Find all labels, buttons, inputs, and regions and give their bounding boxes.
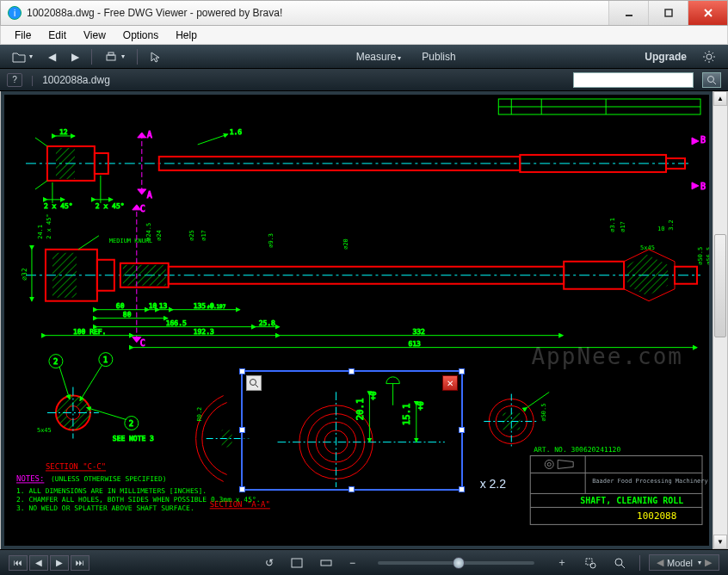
svg-rect-162 — [292, 559, 302, 567]
svg-text:(UNLESS OTHERWISE SPECIFIED): (UNLESS OTHERWISE SPECIFIED) — [51, 475, 167, 483]
measure-menu[interactable]: Measure▾ — [356, 51, 402, 63]
svg-text:10: 10 — [657, 226, 664, 232]
menu-bar: File Edit View Options Help — [0, 26, 728, 45]
settings-button[interactable] — [697, 48, 721, 65]
menu-edit[interactable]: Edit — [41, 28, 73, 43]
svg-text:613: 613 — [408, 340, 421, 348]
svg-text:1: 1 — [103, 356, 108, 364]
svg-point-142 — [545, 460, 553, 468]
svg-line-27 — [35, 181, 47, 189]
svg-rect-25 — [56, 148, 75, 179]
search-input[interactable] — [573, 72, 694, 88]
svg-line-12 — [713, 59, 714, 61]
zoom-slider-thumb[interactable] — [453, 557, 465, 569]
document-tab-bar: ? | 1002088a.dwg — [0, 69, 728, 91]
prev-page-button[interactable]: ◀ — [29, 555, 48, 571]
magnifier-toggle-button[interactable] — [608, 555, 631, 571]
menu-options[interactable]: Options — [116, 28, 165, 43]
zoom-slider[interactable] — [367, 561, 545, 565]
svg-text:SECTION "C-C": SECTION "C-C" — [46, 462, 106, 471]
close-button[interactable] — [688, 1, 727, 25]
svg-rect-4 — [107, 55, 115, 60]
menu-help[interactable]: Help — [169, 28, 204, 43]
svg-rect-5 — [108, 53, 114, 55]
first-page-button[interactable]: ⏮ — [9, 555, 28, 571]
magnifier-icon[interactable] — [246, 375, 262, 391]
resize-handle[interactable] — [239, 368, 245, 374]
svg-line-13 — [713, 53, 714, 54]
svg-text:5x45: 5x45 — [640, 244, 655, 251]
tab-help-icon[interactable]: ? — [7, 73, 22, 87]
vertical-scrollbar[interactable]: ▲ ▼ — [713, 91, 727, 549]
resize-handle[interactable] — [239, 427, 245, 433]
zoom-in-button[interactable]: ＋ — [552, 553, 572, 572]
svg-text:A: A — [147, 130, 152, 139]
window-titlebar: i 1002088a.dwg - Free DWG Viewer - power… — [0, 0, 728, 26]
resize-handle[interactable] — [349, 486, 355, 492]
nav-back-button[interactable]: ◀ — [43, 49, 61, 65]
magnifier-content: 20.1 +0 15.1 +0 — [243, 372, 461, 489]
next-page-button[interactable]: ▶ — [50, 555, 69, 571]
window-title: 1002088a.dwg - Free DWG Viewer - powered… — [27, 7, 608, 19]
fit-page-button[interactable] — [286, 556, 308, 570]
zoom-region-button[interactable] — [579, 555, 602, 571]
menu-view[interactable]: View — [77, 28, 113, 43]
upgrade-button[interactable]: Upgrade — [645, 51, 687, 63]
resize-handle[interactable] — [349, 368, 355, 374]
svg-text:192.3: 192.3 — [194, 328, 214, 336]
svg-line-148 — [256, 385, 258, 387]
minimize-button[interactable] — [608, 1, 648, 25]
svg-text:5x45: 5x45 — [37, 427, 52, 434]
magnifier-close-button[interactable]: ✕ — [442, 375, 458, 391]
magnifier-panel[interactable]: ✕ 20.1 +0 15.1 +0 — [241, 370, 463, 491]
scroll-thumb[interactable] — [714, 234, 726, 337]
svg-text:3.  NO WELD OR SPLATTER ABOVE : 3. NO WELD OR SPLATTER ABOVE SHAFT SURFA… — [16, 504, 194, 512]
svg-line-110 — [59, 367, 70, 399]
layout-dropdown[interactable]: ◀ Model ▾ ▶ — [649, 554, 719, 571]
svg-text:∅32: ∅32 — [21, 268, 28, 281]
resize-handle[interactable] — [239, 486, 245, 492]
resize-handle[interactable] — [459, 368, 465, 374]
menu-file[interactable]: File — [8, 28, 38, 43]
document-tab[interactable]: 1002088a.dwg — [42, 74, 110, 86]
svg-text:60: 60 — [116, 302, 125, 310]
resize-handle[interactable] — [459, 486, 465, 492]
watermark: AppNee.com — [531, 343, 683, 369]
rotate-ccw-button[interactable]: ↺ — [260, 555, 279, 571]
zoom-out-button[interactable]: − — [344, 555, 361, 571]
svg-text:∅50.5: ∅50.5 — [540, 404, 547, 422]
nav-forward-button[interactable]: ▶ — [66, 49, 84, 65]
svg-text:∅9.3: ∅9.3 — [268, 233, 275, 248]
svg-rect-163 — [321, 560, 331, 566]
last-page-button[interactable]: ⏭ — [71, 555, 89, 571]
resize-handle[interactable] — [459, 427, 465, 433]
publish-button[interactable]: Publish — [422, 51, 455, 63]
svg-text:13: 13 — [159, 302, 168, 310]
svg-line-113 — [80, 365, 102, 401]
svg-text:∅17: ∅17 — [201, 230, 207, 241]
svg-text:+0: +0 — [369, 391, 378, 400]
fit-width-button[interactable] — [315, 556, 337, 570]
svg-point-165 — [590, 563, 595, 568]
search-button[interactable] — [702, 72, 721, 88]
svg-line-116 — [87, 408, 126, 420]
pointer-tool-button[interactable] — [145, 49, 167, 65]
scroll-track[interactable] — [713, 106, 727, 535]
svg-text:∅20: ∅20 — [343, 238, 350, 250]
status-bar: ⏮ ◀ ▶ ⏭ ↺ − ＋ ◀ Model ▾ ▶ — [0, 549, 728, 575]
svg-marker-58 — [627, 255, 668, 296]
app-icon: i — [8, 6, 22, 20]
maximize-button[interactable] — [648, 1, 688, 25]
svg-text:1002088: 1002088 — [637, 510, 676, 522]
svg-text:2 x 45°: 2 x 45° — [46, 213, 52, 238]
svg-text:10: 10 — [149, 302, 157, 310]
drawing-canvas[interactable]: A A B B 12 1.6 — [1, 91, 713, 549]
scroll-down-button[interactable]: ▼ — [713, 535, 727, 549]
svg-text:2 x 45°: 2 x 45° — [96, 202, 125, 210]
open-button[interactable]: ▾ — [7, 49, 38, 65]
workspace: A A B B 12 1.6 — [0, 91, 728, 549]
scroll-up-button[interactable]: ▲ — [713, 91, 727, 106]
print-button[interactable]: ▾ — [99, 49, 130, 65]
svg-text:∅3.1: ∅3.1 — [609, 218, 616, 232]
svg-text:166.5: 166.5 — [166, 319, 187, 327]
